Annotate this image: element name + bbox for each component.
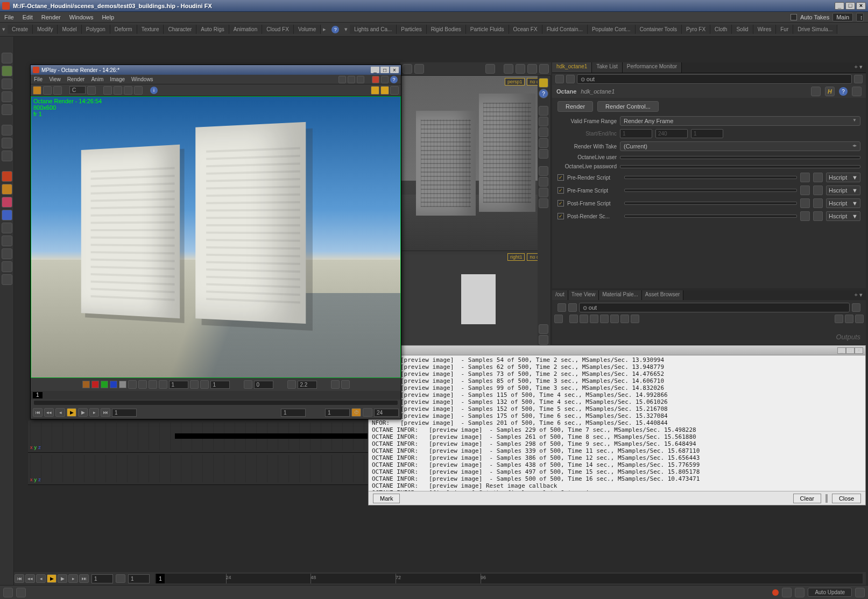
channel-all-icon[interactable] (82, 381, 90, 388)
vp-camera-label[interactable]: right1 (507, 253, 525, 261)
shelf-tab[interactable]: Solid (732, 25, 753, 34)
mplay-tb-btn[interactable] (53, 86, 62, 95)
console-clear-button[interactable]: Clear (793, 494, 821, 503)
close-button[interactable]: × (856, 2, 866, 10)
vp-layout-icon[interactable] (527, 64, 537, 74)
tool-orange-icon[interactable] (2, 184, 12, 195)
mplay-close[interactable]: × (390, 67, 399, 73)
shelf-tab[interactable]: Populate Cont... (588, 25, 636, 34)
shelf-tab[interactable]: Drive Simula... (793, 25, 837, 34)
tl-range-icon[interactable] (116, 574, 125, 583)
pre-frame-checkbox[interactable]: ✓ (558, 187, 564, 194)
param-tab-octane[interactable]: hdk_octane1 (552, 62, 592, 73)
pre-render-checkbox[interactable]: ✓ (558, 174, 564, 181)
mplay-prev-frame-icon[interactable]: ◂ (55, 408, 65, 417)
tl-cursor[interactable]: 1 (156, 574, 165, 583)
tool-scale[interactable] (2, 104, 12, 115)
mplay-menu-file[interactable]: File (34, 76, 43, 82)
status-btn[interactable] (16, 588, 26, 597)
mplay-loop-icon[interactable] (363, 408, 372, 417)
takes-dropdown[interactable]: Main (832, 13, 853, 22)
mplay-tb-btn[interactable] (43, 86, 52, 95)
mplay-lt-btn[interactable] (149, 380, 157, 389)
net-tab-material[interactable]: Material Pale... (599, 290, 642, 300)
vp-shading-icon[interactable] (504, 64, 513, 74)
net-tb-btn[interactable] (835, 315, 843, 323)
shelf-tab[interactable]: Auto Rigs (196, 25, 229, 34)
tl-prev-key-icon[interactable]: ◂◂ (25, 574, 35, 583)
shelf-tab[interactable]: Cloth (710, 25, 732, 34)
param-tab-takelist[interactable]: Take List (592, 62, 622, 73)
channel-alpha-icon[interactable] (119, 381, 126, 388)
vp-tb-btn[interactable] (414, 64, 424, 74)
menu-file[interactable]: File (4, 14, 14, 20)
mplay-contrast-val[interactable]: 1 (210, 381, 230, 389)
tool-snap3[interactable] (2, 151, 12, 161)
mplay-prev-key-icon[interactable]: ◂◂ (44, 408, 54, 417)
vp-side-btn[interactable] (539, 198, 548, 208)
script-lang-select[interactable]: Hscript▼ (826, 173, 860, 182)
takes-nav-icon[interactable]: ↕ (856, 13, 864, 22)
vp-side-btn[interactable] (539, 78, 548, 88)
net-tb-btn[interactable] (845, 315, 853, 323)
post-render-checkbox[interactable]: ✓ (558, 213, 564, 219)
shelf-tab[interactable]: Particles (397, 25, 426, 34)
net-tab-out[interactable]: /out (552, 290, 568, 300)
net-tb-btn[interactable] (590, 315, 598, 323)
mplay-play-rev-icon[interactable]: ▶ (67, 408, 76, 417)
mplay-info-icon[interactable]: i (150, 87, 158, 94)
tool-misc4[interactable] (2, 261, 12, 272)
mplay-val1[interactable]: 1 (169, 381, 188, 389)
vp-side-btn[interactable] (539, 117, 548, 126)
tool-misc5[interactable] (2, 274, 12, 285)
nav-fwd-icon[interactable] (566, 75, 575, 83)
shelf-tab[interactable]: Polygon (82, 25, 110, 34)
mplay-last-frame-icon[interactable]: ⏭ (101, 408, 110, 417)
minimize-button[interactable]: _ (835, 2, 844, 10)
vp-side-btn[interactable] (539, 335, 548, 345)
net-tb-btn[interactable] (600, 315, 609, 323)
shelf-tab[interactable]: Modify (33, 25, 58, 34)
octanelive-user-input[interactable] (620, 156, 860, 159)
mplay-lt-btn[interactable] (128, 380, 137, 389)
console-close-button[interactable]: Close (832, 494, 861, 503)
shelf-tab[interactable]: Create (8, 25, 33, 34)
mplay-play-fwd-icon[interactable]: ▶ (78, 408, 88, 417)
mplay-tb-yellow2[interactable] (380, 86, 389, 95)
shelf-tab[interactable]: Volume (294, 25, 321, 34)
shelf-tab[interactable]: Model (58, 25, 81, 34)
mplay-head-btn2[interactable] (348, 76, 355, 83)
render-button[interactable]: Render (558, 101, 593, 112)
mplay-zoom-in-icon[interactable] (103, 86, 112, 95)
pre-frame-script-input[interactable] (624, 189, 797, 192)
file-browse-icon[interactable] (813, 186, 823, 195)
net-tb-btn[interactable] (580, 315, 588, 323)
mplay-menu-windows[interactable]: Windows (131, 76, 153, 82)
vp-side-btn[interactable] (539, 127, 548, 137)
help-icon[interactable]: ? (331, 26, 339, 33)
tl-next-frame-icon[interactable]: ▸ (68, 574, 78, 583)
tl-cur-frame[interactable]: 1 (128, 574, 150, 583)
mplay-menu-image[interactable]: Image (110, 76, 125, 82)
shelf-tab[interactable]: Ocean FX (509, 25, 542, 34)
mplay-lt-btn[interactable] (159, 380, 167, 389)
net-tb-btn[interactable] (569, 315, 578, 323)
vp-shading-icon[interactable] (516, 64, 525, 74)
add-tab-icon[interactable]: + ▾ (851, 62, 866, 73)
mplay-zoom-val[interactable]: 2.2 (298, 381, 317, 389)
script-menu-icon[interactable] (800, 186, 810, 195)
vp-side-btn[interactable] (539, 166, 548, 176)
vp-layout-icon[interactable] (539, 64, 549, 74)
param-node-name[interactable]: hdk_octane1 (581, 88, 807, 95)
vp-side-btn[interactable] (539, 106, 548, 116)
mplay-first-frame-icon[interactable]: ⏮ (33, 408, 43, 417)
status-btn[interactable] (855, 588, 865, 597)
mplay-bright-icon[interactable] (244, 380, 252, 389)
tool-misc2[interactable] (2, 236, 12, 246)
shelf-tab[interactable]: Rigid Bodies (427, 25, 466, 34)
vp-side-btn[interactable] (539, 324, 548, 334)
net-tb-btn[interactable] (631, 315, 639, 323)
console-minimize[interactable]: _ (837, 347, 846, 354)
nav-back-icon[interactable] (555, 75, 564, 83)
shelf-tab[interactable]: Wires (753, 25, 777, 34)
